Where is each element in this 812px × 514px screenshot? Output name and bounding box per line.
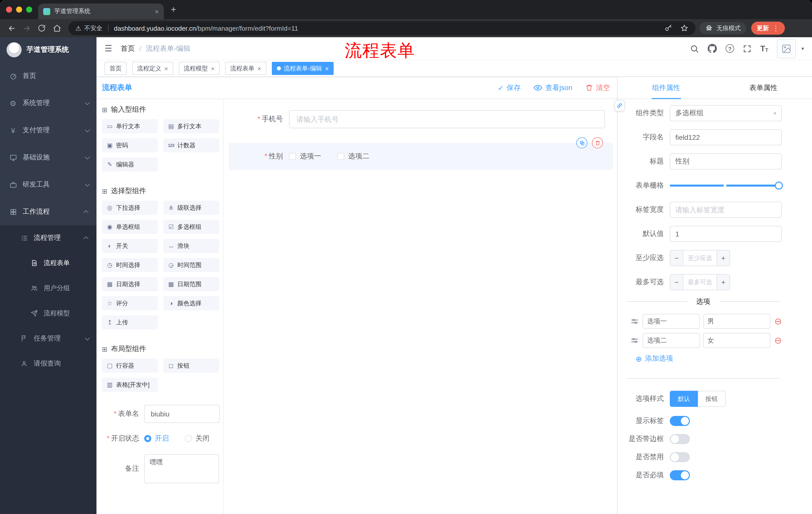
sidebar-item-workflow[interactable]: 工作流程	[0, 198, 96, 225]
checkbox-box[interactable]	[289, 153, 296, 160]
new-tab-button[interactable]: +	[171, 4, 176, 15]
save-button[interactable]: ✓ 保存	[498, 83, 521, 92]
component-item-rate[interactable]: ☆评分	[102, 296, 158, 310]
forward-icon[interactable]	[19, 21, 34, 35]
decrease-button[interactable]: −	[670, 250, 684, 266]
form-name-input[interactable]	[144, 405, 220, 423]
drag-handle-icon[interactable]	[631, 317, 639, 325]
maximize-window-button[interactable]	[26, 6, 32, 12]
component-item-checkbox-group[interactable]: ☑多选框组	[163, 220, 219, 234]
breadcrumb-home[interactable]: 首页	[121, 44, 135, 53]
component-item-editor[interactable]: ✎编辑器	[102, 157, 158, 171]
menu-kebab-icon[interactable]: ⋮	[772, 24, 779, 32]
component-item-table[interactable]: ▥表格[开发中]	[102, 378, 158, 392]
sidebar-item-process-management[interactable]: 流程管理	[0, 225, 96, 250]
gender-option2-checkbox[interactable]: 选项二	[337, 152, 369, 161]
tag-close-icon[interactable]: ×	[257, 65, 261, 72]
gender-option1-checkbox[interactable]: 选项一	[289, 152, 321, 161]
component-item-date[interactable]: ▦日期选择	[102, 277, 158, 291]
sidebar-item-task-management[interactable]: 任务管理	[0, 326, 96, 351]
sidebar-item-home[interactable]: 首页	[0, 62, 96, 89]
avatar-caret-icon[interactable]: ▾	[802, 46, 804, 51]
sidebar-item-leave-query[interactable]: 请假查询	[0, 351, 96, 376]
component-item-color[interactable]: ◑颜色选择	[163, 296, 219, 310]
component-item-password[interactable]: ▣密码	[102, 138, 158, 153]
back-icon[interactable]	[4, 21, 19, 35]
checkbox-box[interactable]	[337, 153, 344, 160]
canvas-item-gender-selected[interactable]: *性别 选项一 选项二	[229, 143, 613, 170]
decrease-button[interactable]: −	[670, 275, 684, 290]
form-canvas[interactable]: *手机号	[224, 99, 617, 514]
component-item-cascade[interactable]: ⋔级联选择	[163, 201, 219, 215]
tag-process-form[interactable]: 流程表单 ×	[225, 62, 266, 75]
tab-close-icon[interactable]: ×	[155, 8, 159, 15]
min-select-placeholder[interactable]: 至少应选	[684, 250, 717, 266]
sidebar-item-system[interactable]: ⚙ 系统管理	[0, 89, 96, 117]
github-icon[interactable]	[707, 44, 717, 53]
border-switch[interactable]	[670, 434, 690, 444]
component-item-single-line[interactable]: ▭单行文本	[102, 119, 158, 133]
component-item-time-range[interactable]: ◶时间范围	[163, 258, 219, 272]
component-item-switch[interactable]: ◐开关	[102, 239, 158, 253]
component-item-button[interactable]: ◻按钮	[163, 359, 219, 373]
field-name-input[interactable]	[670, 129, 782, 145]
slider-track[interactable]	[670, 185, 782, 187]
option-name-input[interactable]	[643, 333, 700, 348]
slider-handle[interactable]	[775, 182, 783, 190]
remove-option-icon[interactable]: ⊖	[774, 336, 782, 345]
component-item-radio-group[interactable]: ◉单选框组	[102, 220, 158, 234]
component-item-upload[interactable]: ↥上传	[102, 315, 158, 329]
tag-process-model[interactable]: 流程模型 ×	[179, 62, 220, 75]
component-item-multi-line[interactable]: ▤多行文本	[163, 119, 219, 133]
component-item-select[interactable]: ◎下拉选择	[102, 201, 158, 215]
status-off-radio[interactable]: 关闭	[185, 434, 209, 443]
style-default-button[interactable]: 默认	[670, 391, 698, 407]
label-width-input[interactable]	[670, 202, 782, 218]
address-bar[interactable]: ⚠ 不安全 dashboard.yudao.iocoder.cn/bpm/man…	[68, 21, 695, 35]
status-on-radio[interactable]: 开启	[144, 434, 169, 443]
minimize-window-button[interactable]	[16, 6, 22, 12]
sidebar-item-payment[interactable]: ¥ 支付管理	[0, 117, 96, 144]
font-size-icon[interactable]: TT	[760, 45, 768, 53]
required-switch[interactable]	[670, 470, 690, 480]
option-value-input[interactable]	[703, 333, 770, 348]
increase-button[interactable]: +	[717, 275, 730, 290]
link-icon[interactable]	[614, 100, 625, 111]
close-window-button[interactable]	[6, 6, 12, 12]
app-logo[interactable]: 芋道管理系统	[0, 37, 96, 62]
form-grid-slider[interactable]	[670, 178, 782, 194]
increase-button[interactable]: +	[717, 250, 730, 266]
tab-form-props[interactable]: 表单属性	[715, 77, 812, 99]
title-input[interactable]	[670, 154, 782, 169]
sidebar-collapse-icon[interactable]: ☰	[105, 44, 112, 53]
disabled-switch[interactable]	[670, 452, 690, 462]
option-value-input[interactable]	[703, 314, 770, 329]
style-button-button[interactable]: 按钮	[698, 391, 726, 407]
avatar[interactable]	[777, 39, 796, 58]
tag-close-icon[interactable]: ×	[211, 65, 214, 72]
browser-update-button[interactable]: 更新 ⋮	[751, 22, 785, 35]
view-json-button[interactable]: 查看json	[534, 83, 572, 92]
option-name-input[interactable]	[643, 314, 700, 329]
drag-handle-icon[interactable]	[631, 336, 639, 345]
show-label-switch[interactable]	[670, 416, 690, 426]
tag-home[interactable]: 首页	[105, 62, 127, 75]
tag-close-icon[interactable]: ×	[164, 65, 168, 72]
tag-process-definition[interactable]: 流程定义 ×	[132, 62, 173, 75]
tag-process-form-edit[interactable]: 流程表单-编辑 ×	[272, 62, 334, 75]
tab-component-props[interactable]: 组件属性	[617, 77, 715, 99]
password-key-icon[interactable]	[664, 24, 672, 32]
home-icon[interactable]	[49, 21, 64, 35]
clear-button[interactable]: 清空	[585, 83, 610, 92]
bookmark-star-icon[interactable]	[680, 24, 688, 32]
form-remark-textarea[interactable]: 嘿嘿	[144, 454, 219, 483]
copy-item-button[interactable]	[576, 137, 587, 148]
phone-input[interactable]	[289, 110, 605, 128]
help-icon[interactable]: ?	[726, 44, 734, 53]
canvas-item-phone[interactable]: *手机号	[229, 110, 605, 128]
component-type-select[interactable]: 多选框组 ▾	[670, 105, 782, 121]
delete-item-button[interactable]	[592, 137, 603, 148]
component-item-slider[interactable]: ↔滑块	[163, 239, 219, 253]
component-item-time[interactable]: ◷时间选择	[102, 258, 158, 272]
sidebar-item-infrastructure[interactable]: 基础设施	[0, 144, 96, 171]
